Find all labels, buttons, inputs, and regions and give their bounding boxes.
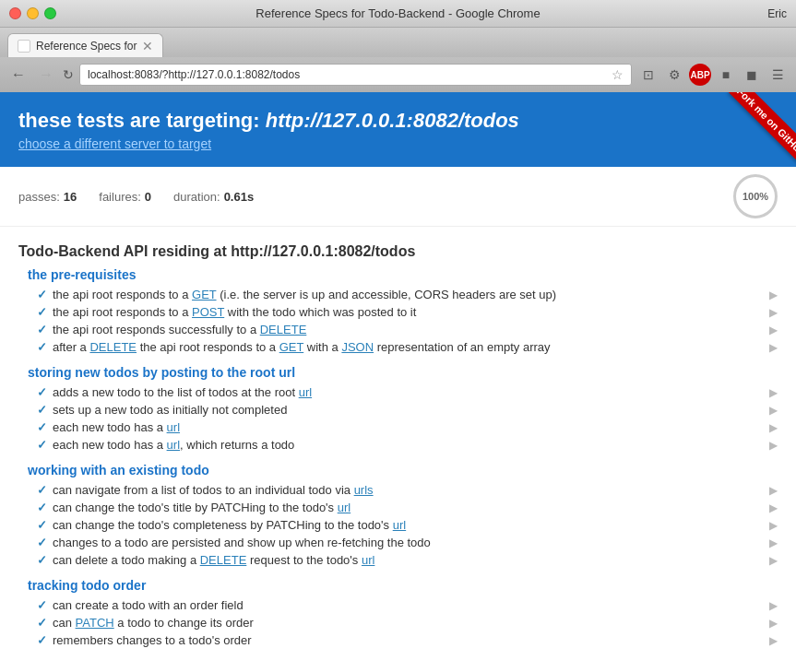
- adblock-button[interactable]: ABP: [689, 64, 711, 86]
- test-check-icon: ✓: [37, 518, 47, 532]
- close-button[interactable]: [9, 7, 21, 19]
- titlebar: Reference Specs for Todo-Backend - Googl…: [0, 0, 796, 28]
- expand-arrow-icon[interactable]: ▶: [769, 634, 778, 647]
- change-server-link[interactable]: choose a different server to target: [18, 136, 211, 151]
- test-text: can navigate from a list of todos to an …: [53, 483, 762, 497]
- url-text: localhost:8083/?http://127.0.0.1:8082/to…: [88, 68, 612, 81]
- method-link: PATCH: [76, 616, 114, 630]
- test-text: adds a new todo to the list of todos at …: [53, 385, 762, 399]
- window-title: Reference Specs for Todo-Backend - Googl…: [255, 6, 540, 20]
- group-title-0: the pre-requisites: [28, 267, 778, 282]
- group-title-3: tracking todo order: [28, 578, 778, 593]
- test-text: the api root responds to a GET (i.e. the…: [53, 288, 762, 301]
- header-title: these tests are targeting: http://127.0.…: [18, 109, 778, 133]
- expand-arrow-icon[interactable]: ▶: [769, 306, 778, 319]
- method-link: DELETE: [89, 340, 137, 354]
- test-item: ✓changes to a todo are persisted and sho…: [37, 534, 778, 551]
- group-3: tracking todo order✓can create a todo wi…: [18, 578, 778, 649]
- expand-arrow-icon[interactable]: ▶: [769, 554, 778, 567]
- test-item: ✓can change the todo's title by PATCHing…: [37, 499, 778, 516]
- group-1: storing new todos by posting to the root…: [18, 365, 778, 454]
- expand-arrow-icon[interactable]: ▶: [769, 421, 778, 434]
- minimize-button[interactable]: [27, 7, 39, 19]
- method-link: DELETE: [260, 323, 307, 336]
- test-check-icon: ✓: [37, 305, 47, 319]
- page-header: these tests are targeting: http://127.0.…: [0, 92, 796, 167]
- failures-label: failures:: [99, 190, 141, 204]
- back-button[interactable]: ←: [7, 65, 30, 85]
- url-link: url: [362, 553, 374, 567]
- test-text: the api root responds successfully to a …: [53, 323, 762, 336]
- test-check-icon: ✓: [37, 633, 47, 647]
- test-item: ✓after a DELETE the api root responds to…: [37, 338, 778, 356]
- user-label: Eric: [767, 7, 787, 20]
- expand-arrow-icon[interactable]: ▶: [769, 341, 778, 354]
- settings-icon[interactable]: ⚙: [663, 64, 685, 86]
- test-text: after a DELETE the api root responds to …: [53, 340, 762, 354]
- tab-label: Reference Specs for: [36, 40, 137, 53]
- test-check-icon: ✓: [37, 323, 47, 336]
- test-item: ✓can change the todo's completeness by P…: [37, 516, 778, 534]
- test-item: ✓the api root responds to a POST with th…: [37, 303, 778, 321]
- extension2-icon[interactable]: ◼: [741, 64, 763, 86]
- url-bar[interactable]: localhost:8083/?http://127.0.0.1:8082/to…: [79, 64, 632, 86]
- tab-favicon: [18, 40, 30, 53]
- url-link: url: [393, 518, 406, 532]
- test-check-icon: ✓: [37, 501, 47, 514]
- test-text: can change the todo's title by PATCHing …: [53, 501, 762, 514]
- test-text: the api root responds to a POST with the…: [53, 305, 762, 319]
- test-text: can PATCH a todo to change its order: [53, 616, 762, 630]
- extension1-icon[interactable]: ■: [715, 64, 737, 86]
- test-text: changes to a todo are persisted and show…: [53, 536, 762, 549]
- test-check-icon: ✓: [37, 598, 47, 612]
- test-item: ✓adds a new todo to the list of todos at…: [37, 383, 778, 401]
- expand-arrow-icon[interactable]: ▶: [769, 404, 778, 417]
- forward-button[interactable]: →: [35, 65, 57, 85]
- test-item: ✓sets up a new todo as initially not com…: [37, 401, 778, 419]
- expand-arrow-icon[interactable]: ▶: [769, 324, 778, 336]
- method-link: POST: [192, 305, 224, 319]
- url-icons: ☆: [612, 67, 624, 82]
- suite-title: Todo-Backend API residing at http://127.…: [18, 243, 778, 260]
- expand-arrow-icon[interactable]: ▶: [769, 519, 778, 532]
- test-item: ✓can navigate from a list of todos to an…: [37, 481, 778, 499]
- expand-arrow-icon[interactable]: ▶: [769, 599, 778, 612]
- test-content: Todo-Backend API residing at http://127.…: [0, 227, 796, 672]
- test-item: ✓can PATCH a todo to change its order▶: [37, 614, 778, 631]
- expand-arrow-icon[interactable]: ▶: [769, 386, 778, 399]
- bookmark-icon[interactable]: ☆: [612, 67, 624, 82]
- expand-arrow-icon[interactable]: ▶: [769, 501, 778, 514]
- expand-arrow-icon[interactable]: ▶: [769, 439, 778, 452]
- expand-arrow-icon[interactable]: ▶: [769, 617, 778, 630]
- expand-arrow-icon[interactable]: ▶: [769, 536, 778, 549]
- test-text: each new todo has a url: [53, 420, 762, 434]
- failures-value: 0: [145, 190, 151, 204]
- expand-arrow-icon[interactable]: ▶: [769, 289, 778, 301]
- json-link: JSON: [341, 340, 374, 354]
- test-text: can delete a todo making a DELETE reques…: [53, 553, 762, 567]
- url-link: url: [167, 420, 180, 434]
- page: these tests are targeting: http://127.0.…: [0, 92, 796, 672]
- progress-circle: 100%: [733, 174, 778, 218]
- url-link: url: [299, 385, 312, 399]
- test-item: ✓the api root responds to a GET (i.e. th…: [37, 286, 778, 303]
- refresh-button[interactable]: ↻: [63, 67, 74, 82]
- github-ribbon[interactable]: Fork me on GitHub: [685, 92, 796, 167]
- test-text: each new todo has a url, which returns a…: [53, 438, 762, 452]
- test-check-icon: ✓: [37, 536, 47, 549]
- test-text: sets up a new todo as initially not comp…: [53, 403, 762, 417]
- screenshot-icon[interactable]: ⊡: [637, 64, 659, 86]
- test-item: ✓can create a todo with an order field▶: [37, 596, 778, 614]
- progress-value: 100%: [743, 191, 768, 202]
- passes-label: passes:: [18, 190, 60, 204]
- maximize-button[interactable]: [44, 7, 56, 19]
- menu-icon[interactable]: ☰: [766, 64, 789, 86]
- tab-close-button[interactable]: ✕: [142, 39, 153, 53]
- test-check-icon: ✓: [37, 616, 47, 630]
- toolbar-icons: ⊡ ⚙ ABP ■ ◼ ☰: [637, 64, 789, 86]
- expand-arrow-icon[interactable]: ▶: [769, 484, 778, 497]
- test-check-icon: ✓: [37, 438, 47, 452]
- passes-value: 16: [64, 190, 77, 204]
- tabbar: Reference Specs for ✕: [0, 28, 796, 57]
- active-tab[interactable]: Reference Specs for ✕: [7, 33, 163, 57]
